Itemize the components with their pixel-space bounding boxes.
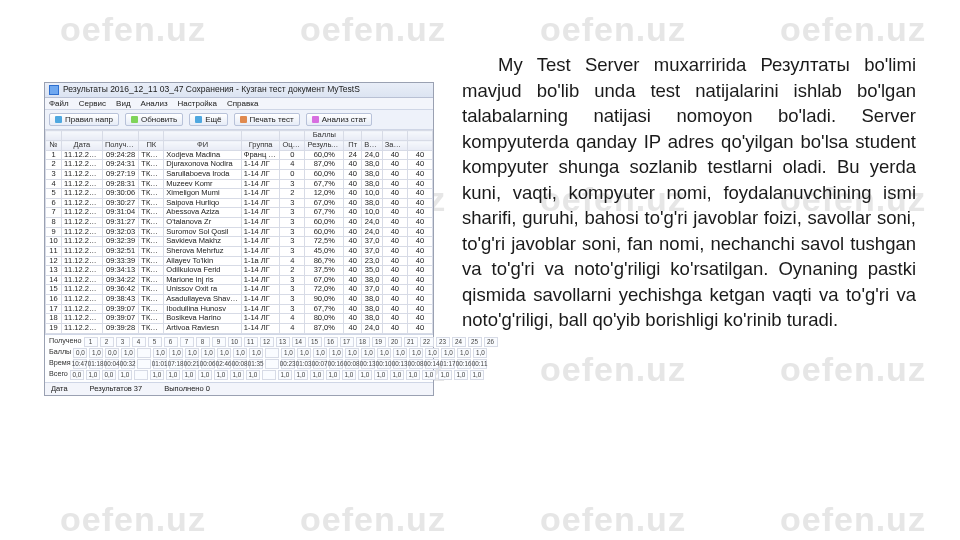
status-bar: Дата Результатов 37 Выполнено 0 <box>45 382 433 396</box>
table-row[interactable]: 311.12.201609:27:19ТК_19Sarullaboeva Iro… <box>46 169 433 179</box>
table-row[interactable]: 1111.12.201609:32:51ТК_04Sherova Mehrfuz… <box>46 246 433 256</box>
column-header[interactable]: Задано <box>382 141 407 151</box>
menu-item[interactable]: Файл <box>49 99 69 108</box>
table-cell: Muzeev Komr <box>164 179 241 189</box>
table-row[interactable]: 1011.12.201609:32:39ТК_17Savkieva Makhz1… <box>46 237 433 247</box>
column-header[interactable]: ФИ <box>164 141 241 151</box>
table-cell: 40 <box>344 256 362 266</box>
footer-cell: 1,0 <box>358 370 372 380</box>
table-cell: 38,0 <box>362 179 382 189</box>
table-cell: 40 <box>344 198 362 208</box>
table-cell: 40 <box>382 208 407 218</box>
column-header[interactable]: Дата <box>61 141 102 151</box>
table-cell: 09:34:13 <box>102 266 138 276</box>
table-cell: 12,0% <box>305 189 344 199</box>
table-cell: 40 <box>344 295 362 305</box>
table-cell: 1-14 ЛГ <box>241 169 280 179</box>
footer-cell: 20 <box>388 337 402 347</box>
table-cell: ТК_06 <box>139 227 164 237</box>
column-header[interactable]: № <box>46 141 62 151</box>
table-cell: 11.12.2016 <box>61 266 102 276</box>
table-cell: 35,0 <box>362 266 382 276</box>
footer-cell: 18 <box>356 337 370 347</box>
table-cell: 40 <box>407 179 432 189</box>
table-cell: 40 <box>382 160 407 170</box>
table-cell: 09:39:07 <box>102 304 138 314</box>
table-cell: ТК_01 <box>139 256 164 266</box>
table-row[interactable]: 1411.12.201609:34:22ТК_25Marione Inj ris… <box>46 275 433 285</box>
table-row[interactable]: 1211.12.201609:33:39ТК_01Allayev To'lkin… <box>46 256 433 266</box>
footer-label: Получено <box>49 337 82 345</box>
table-cell: 0 <box>280 150 305 160</box>
toolbar-label: Анализ стат <box>322 115 367 124</box>
table-cell: 10,0 <box>362 208 382 218</box>
table-cell: 8 <box>46 218 62 228</box>
table-cell: 38,0 <box>362 295 382 305</box>
table-cell: Savkieva Makhz <box>164 237 241 247</box>
table-cell: ТК_08 <box>139 218 164 228</box>
column-header[interactable]: Оценка <box>280 141 305 151</box>
toolbar-button[interactable]: Анализ стат <box>306 113 373 126</box>
table-row[interactable]: 1911.12.201609:39:28ТК_07Artivoa Raviesn… <box>46 323 433 333</box>
footer-cell: 1,0 <box>326 370 340 380</box>
table-cell: 40 <box>382 237 407 247</box>
table-cell: 11.12.2016 <box>61 275 102 285</box>
table-row[interactable]: 1511.12.201609:36:42ТК_23Unissov Oxit ra… <box>46 285 433 295</box>
toolbar-button[interactable]: Печать тест <box>234 113 300 126</box>
footer-cell: 8 <box>196 337 210 347</box>
footer-cell: 00:16 <box>329 359 343 369</box>
table-row[interactable]: 811.12.201609:31:27ТК_08O'talanova Zr1-1… <box>46 218 433 228</box>
column-header[interactable]: ПК <box>139 141 164 151</box>
table-cell: 40 <box>407 323 432 333</box>
toolbar-icon <box>55 116 62 123</box>
menu-item[interactable]: Анализ <box>141 99 168 108</box>
column-header[interactable]: Вопр <box>362 141 382 151</box>
table-cell: 0 <box>280 169 305 179</box>
table-cell: 40 <box>344 285 362 295</box>
column-header[interactable] <box>407 141 432 151</box>
menu-item[interactable]: Справка <box>227 99 258 108</box>
toolbar-button[interactable]: Ещё <box>189 113 227 126</box>
footer-cell: 23 <box>436 337 450 347</box>
table-row[interactable]: 511.12.201609:30:06ТК_13Ximeligon Mumi1-… <box>46 189 433 199</box>
toolbar-icon <box>240 116 247 123</box>
table-cell: 4 <box>280 160 305 170</box>
toolbar-button[interactable]: Правил напр <box>49 113 119 126</box>
column-header[interactable]: Группа <box>241 141 280 151</box>
column-header[interactable]: Получено <box>102 141 138 151</box>
toolbar-button[interactable]: Обновить <box>125 113 183 126</box>
table-cell: 9 <box>46 227 62 237</box>
footer-cell: 1,0 <box>118 370 132 380</box>
table-cell: ТК_25 <box>139 275 164 285</box>
table-cell: 18 <box>46 314 62 324</box>
footer-cell: 0,0 <box>73 348 87 358</box>
table-cell: ТК_17 <box>139 237 164 247</box>
menu-item[interactable]: Сервис <box>79 99 106 108</box>
table-row[interactable]: 1811.12.201609:39:07ТК_18Bosikeva Harino… <box>46 314 433 324</box>
table-row[interactable]: 911.12.201609:32:03ТК_06Suromov Sol Qosi… <box>46 227 433 237</box>
table-cell: 11.12.2016 <box>61 304 102 314</box>
table-cell: 2 <box>280 189 305 199</box>
table-cell: 17 <box>46 304 62 314</box>
footer-cell: 1,0 <box>153 348 167 358</box>
column-header[interactable]: Пт <box>344 141 362 151</box>
footer-cell: 1,0 <box>377 348 391 358</box>
status-right: Выполнено 0 <box>164 385 210 394</box>
table-row[interactable]: 411.12.201609:28:31ТК_19Muzeev Komr1-14 … <box>46 179 433 189</box>
table-cell: 40 <box>407 275 432 285</box>
table-row[interactable]: 1711.12.201609:39:07ТК_23Ibodullina Huno… <box>46 304 433 314</box>
table-row[interactable]: 211.12.201609:24:31ТК_10Djuraxonova Nodi… <box>46 160 433 170</box>
column-header[interactable]: Результат% <box>305 141 344 151</box>
table-row[interactable]: 1611.12.201609:38:43ТК_11Asadullayeva Sh… <box>46 295 433 305</box>
table-row[interactable]: 711.12.201609:31:04ТК_14Abessova Aziza1-… <box>46 208 433 218</box>
table-cell: Djuraxonova Nodira <box>164 160 241 170</box>
table-cell: 3 <box>280 285 305 295</box>
table-cell: 40 <box>407 218 432 228</box>
table-row[interactable]: 611.12.201609:30:27ТК_07Saipova Hurliqo1… <box>46 198 433 208</box>
table-row[interactable]: 111.12.201609:24:28ТК_13Xodjeva MadinaФр… <box>46 150 433 160</box>
table-row[interactable]: 1311.12.201609:34:13ТК_20Odilkulova Feri… <box>46 266 433 276</box>
menu-item[interactable]: Настройка <box>178 99 217 108</box>
table-cell: 09:39:28 <box>102 323 138 333</box>
footer-cell: 1,0 <box>89 348 103 358</box>
menu-item[interactable]: Вид <box>116 99 130 108</box>
